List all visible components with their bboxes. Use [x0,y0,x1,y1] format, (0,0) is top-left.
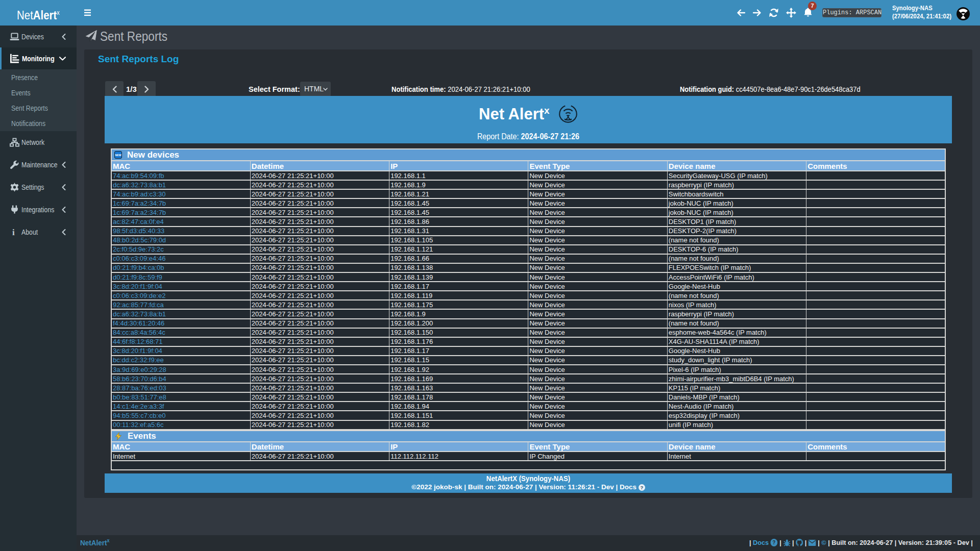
svg-text:?: ? [773,540,776,545]
svg-text:?: ? [640,484,643,490]
svg-text:NEW: NEW [115,154,121,157]
